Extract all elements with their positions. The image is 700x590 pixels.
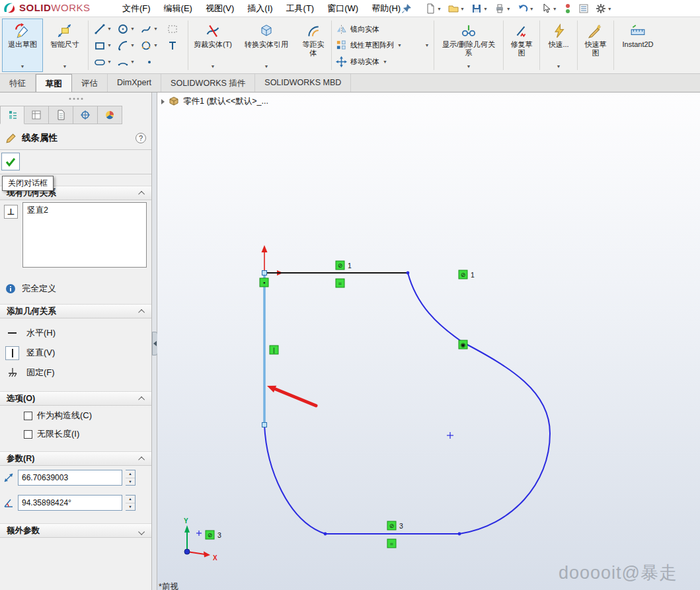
offset-entities-button[interactable]: 等距实体 [298, 18, 329, 72]
tab-dimxpert-manager[interactable] [73, 106, 98, 124]
point-tool-button[interactable] [137, 54, 161, 70]
menu-file[interactable]: 文件(F) [116, 0, 157, 17]
save-icon [471, 3, 482, 14]
exit-sketch-button[interactable]: 退出草图 ▼ [2, 18, 43, 72]
tab-property-manager[interactable] [24, 106, 49, 124]
menu-insert[interactable]: 插入(I) [241, 0, 279, 17]
add-relations-header[interactable]: 添加几何关系 [0, 304, 151, 318]
quick-snaps-button[interactable]: 快速... ▼ [543, 18, 574, 72]
relation-marker[interactable]: ⊘ 3 [206, 531, 221, 539]
menu-window[interactable]: 窗口(W) [321, 0, 365, 17]
dropdown-arrow-icon: ▼ [529, 7, 534, 11]
angle-input[interactable] [18, 495, 122, 511]
construction-geometry-button[interactable] [161, 20, 184, 37]
add-fix-button[interactable]: 固定(F) [0, 364, 151, 381]
infinite-length-option[interactable]: 无限长度(I) [24, 427, 79, 441]
circle-tool-button[interactable]: ▼ [114, 20, 137, 37]
repair-sketch-label: 修复草图 [508, 40, 535, 57]
smart-dimension-button[interactable]: 智能尺寸 ▼ [44, 18, 85, 72]
perimeter-circle-tool-button[interactable]: ▼ [137, 37, 161, 54]
relation-marker[interactable]: ⊘ 1 [459, 270, 475, 279]
text-tool-button[interactable] [161, 37, 184, 54]
angle-parameter-icon [3, 497, 15, 509]
tab-solidworks-addins[interactable]: SOLIDWORKS 插件 [161, 74, 255, 92]
spline-tool-button[interactable]: ▼ [137, 20, 161, 37]
relation-marker[interactable]: ⊘ 1 [336, 261, 352, 270]
three-point-arc-tool-button[interactable]: ▼ [114, 54, 137, 70]
tab-configuration-manager[interactable] [49, 106, 73, 124]
repair-sketch-button[interactable]: 修复草图 [506, 18, 537, 72]
linear-sketch-pattern-button[interactable]: 线性草图阵列 ▼ [336, 38, 420, 54]
tab-solidworks-mbd[interactable]: SOLIDWORKS MBD [255, 74, 351, 92]
additional-parameters-header[interactable]: 额外参数 [0, 523, 151, 538]
panel-splitter[interactable] [152, 92, 157, 590]
tab-feature-manager[interactable] [0, 106, 24, 124]
length-parameter-icon [3, 472, 15, 484]
sketch-canvas[interactable]: ⊘ 1 = ⊘ 1 ◉ [157, 92, 700, 590]
pattern-group-flyout-button[interactable]: ▼ [423, 18, 431, 72]
slot-tool-button[interactable]: ▼ [91, 54, 114, 70]
arc-tool-button[interactable]: ▼ [114, 37, 137, 54]
relation-list-item[interactable]: 竖直2 [23, 204, 146, 217]
graphics-viewport[interactable]: 零件1 (默认<<默认>_... [157, 92, 700, 590]
feature-tree-flyout[interactable]: 零件1 (默认<<默认>_... [161, 96, 268, 107]
perimeter-circle-icon [140, 40, 152, 52]
options-button[interactable]: ▼ [594, 3, 614, 15]
svg-text:⊘: ⊘ [208, 532, 213, 538]
display-delete-relations-button[interactable]: 显示/删除几何关系 ▼ [437, 18, 500, 72]
line-tool-button[interactable]: ▼ [91, 20, 114, 37]
help-button[interactable]: ? [136, 133, 146, 143]
svg-text:=: = [338, 280, 342, 287]
undo-button[interactable]: ▼ [516, 3, 536, 15]
dropdown-arrow-icon: ▼ [130, 59, 135, 64]
parameters-header[interactable]: 参数(R) [0, 451, 151, 466]
tab-dimxpert[interactable]: DimXpert [108, 74, 161, 92]
dropdown-arrow-icon: ▼ [553, 7, 557, 11]
open-button[interactable]: ▼ [446, 3, 467, 15]
menu-view[interactable]: 视图(V) [199, 0, 241, 17]
relation-marker[interactable]: ⊘ 3 [387, 521, 403, 530]
angle-spinner[interactable]: ▲▼ [126, 495, 136, 511]
status-lights-button[interactable] [562, 3, 574, 15]
construction-line-option[interactable]: 作为构造线(C) [24, 409, 92, 422]
select-button[interactable]: ▼ [539, 3, 559, 15]
convert-entities-button[interactable]: 转换实体引用 ▼ [236, 18, 297, 72]
instant2d-button[interactable]: Instant2D [617, 18, 659, 72]
mirror-entities-button[interactable]: 镜向实体 [336, 21, 420, 37]
pin-menu-icon[interactable] [401, 3, 412, 15]
print-button[interactable]: ▼ [492, 3, 513, 15]
angle-parameter-row: ▲▼ [3, 494, 136, 511]
relation-marker[interactable]: ◉ [459, 340, 467, 349]
panel-splitter-handle[interactable] [69, 98, 83, 100]
menu-edit[interactable]: 编辑(E) [157, 0, 199, 17]
relation-marker[interactable]: | [270, 346, 278, 354]
length-spinner[interactable]: ▲▼ [126, 470, 136, 486]
infinite-length-checkbox[interactable] [24, 430, 32, 439]
add-vertical-button[interactable]: 竖直(V) [0, 344, 151, 361]
ok-button[interactable] [1, 153, 20, 170]
add-horizontal-button[interactable]: 水平(H) [0, 324, 151, 342]
svg-text:3: 3 [217, 531, 221, 539]
exit-sketch-label: 退出草图 [8, 40, 37, 49]
save-button[interactable]: ▼ [469, 3, 490, 15]
options-header[interactable]: 选项(O) [0, 391, 151, 406]
tab-display-manager[interactable] [98, 106, 122, 124]
move-entities-button[interactable]: 移动实体 ▼ [336, 54, 420, 69]
relation-marker[interactable]: = [387, 539, 396, 548]
trim-entities-button[interactable]: 剪裁实体(T) ▼ [191, 18, 235, 72]
relation-marker[interactable]: ▪ [260, 278, 268, 287]
menu-tools[interactable]: 工具(T) [280, 0, 321, 17]
tab-features[interactable]: 特征 [0, 74, 36, 92]
length-input[interactable] [18, 470, 122, 486]
construction-checkbox[interactable] [24, 412, 32, 420]
task-list-button[interactable] [576, 3, 591, 15]
dropdown-arrow-icon: ▼ [467, 64, 471, 70]
new-document-button[interactable]: ▼ [423, 3, 444, 15]
tab-evaluate[interactable]: 评估 [72, 74, 108, 92]
relations-listbox[interactable]: 竖直2 [22, 202, 147, 268]
rectangle-tool-button[interactable]: ▼ [91, 37, 114, 54]
tab-sketch[interactable]: 草图 [36, 74, 72, 92]
dropdown-arrow-icon: ▼ [153, 26, 158, 31]
rapid-sketch-button[interactable]: 快速草图 [580, 18, 611, 72]
relation-marker[interactable]: = [336, 279, 344, 287]
